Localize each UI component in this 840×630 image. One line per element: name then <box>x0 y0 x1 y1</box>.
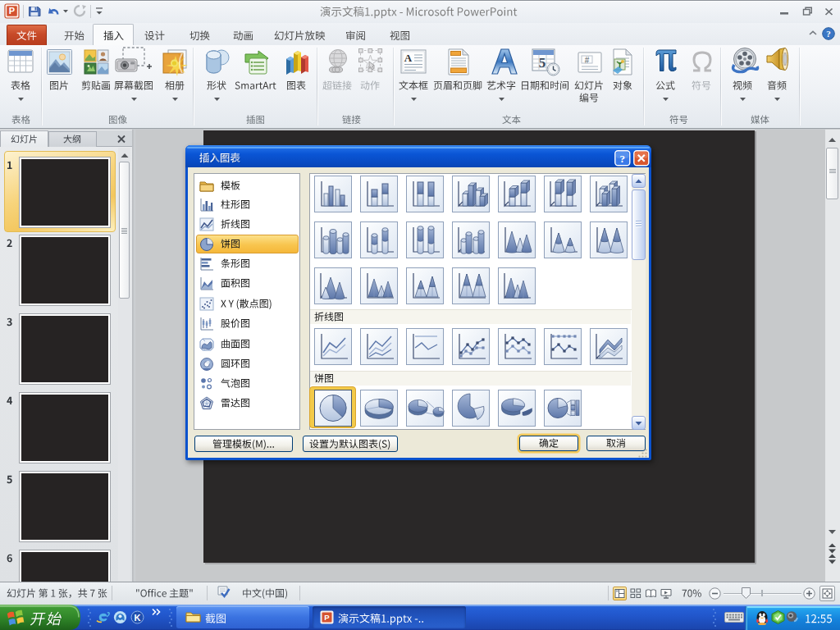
svg-text:K: K <box>135 613 141 623</box>
svg-text:P: P <box>9 6 15 16</box>
svg-text:A: A <box>404 52 413 64</box>
svg-text:?: ? <box>826 29 831 39</box>
svg-text:P: P <box>324 613 330 622</box>
svg-text:5: 5 <box>539 55 546 71</box>
svg-text:#: # <box>585 56 590 65</box>
svg-text:?: ? <box>620 153 626 165</box>
